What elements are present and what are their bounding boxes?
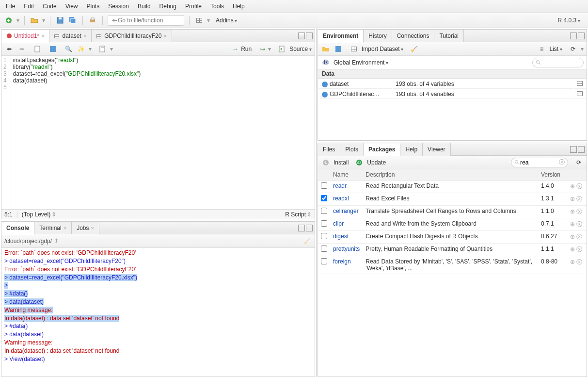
update-icon[interactable]	[354, 158, 364, 167]
goto-file-input[interactable]	[108, 15, 184, 26]
menu-build[interactable]: Build	[138, 3, 151, 10]
env-row[interactable]: dataset193 obs. of 4 variables	[319, 80, 586, 89]
remove-package-icon[interactable]: ⓧ	[576, 246, 582, 253]
web-icon[interactable]: ⊕	[570, 233, 575, 240]
remove-package-icon[interactable]: ⓧ	[576, 233, 582, 240]
scope-selector[interactable]: (Top Level)	[22, 211, 50, 218]
web-icon[interactable]: ⊕	[570, 183, 575, 190]
clear-env-icon[interactable]: 🧹	[409, 44, 419, 54]
col-desc[interactable]: Description	[363, 169, 538, 180]
package-name-link[interactable]: readxl	[333, 195, 349, 202]
show-doc-icon[interactable]	[32, 44, 42, 54]
menu-profile[interactable]: Profile	[185, 3, 202, 10]
close-tab-icon[interactable]: ×	[91, 225, 94, 231]
env-tab-tutorial[interactable]: Tutorial	[434, 30, 464, 42]
save-button[interactable]	[55, 16, 65, 25]
maximize-icon[interactable]	[306, 33, 313, 39]
maximize-icon[interactable]	[578, 33, 585, 39]
menu-code[interactable]: Code	[43, 3, 57, 10]
menu-file[interactable]: File	[6, 3, 15, 10]
update-button[interactable]: Update	[367, 159, 386, 166]
package-checkbox[interactable]	[321, 258, 327, 264]
path-browse-icon[interactable]: ⤴	[55, 238, 58, 245]
goto-file-field[interactable]	[118, 17, 181, 24]
clear-console-icon[interactable]: 🧹	[302, 236, 312, 246]
env-row[interactable]: GDPChildIlliterac…193 obs. of 4 variable…	[319, 90, 586, 99]
remove-package-icon[interactable]: ⓧ	[576, 208, 582, 215]
view-mode-selector[interactable]: List	[550, 46, 562, 52]
menu-edit[interactable]: Edit	[24, 3, 34, 10]
clear-search-icon[interactable]: ⓧ	[559, 158, 565, 166]
console-tab-terminal[interactable]: Terminal×	[34, 222, 72, 234]
source-button[interactable]: Source	[289, 46, 312, 52]
print-button[interactable]	[88, 16, 97, 25]
remove-package-icon[interactable]: ⓧ	[576, 221, 582, 228]
console-tab-jobs[interactable]: Jobs×	[72, 222, 99, 234]
package-checkbox[interactable]	[321, 220, 327, 227]
tab-plots[interactable]: Plots	[340, 143, 364, 156]
web-icon[interactable]: ⊕	[570, 208, 575, 215]
menu-plots[interactable]: Plots	[87, 3, 100, 10]
minimize-icon[interactable]	[570, 33, 577, 39]
source-tab[interactable]: dataset×	[49, 30, 92, 42]
save-source-icon[interactable]	[48, 44, 58, 54]
maximize-icon[interactable]	[578, 146, 585, 153]
view-table-icon[interactable]	[577, 91, 583, 96]
import-icon[interactable]	[349, 44, 359, 54]
back-icon[interactable]: ⬅	[4, 44, 14, 54]
file-mode[interactable]: R Script	[285, 211, 306, 218]
install-button[interactable]: Install	[334, 159, 349, 166]
minimize-icon[interactable]	[298, 225, 305, 231]
package-checkbox[interactable]	[321, 195, 327, 201]
package-checkbox[interactable]	[321, 208, 327, 214]
close-tab-icon[interactable]: ×	[41, 33, 44, 39]
minimize-icon[interactable]	[570, 146, 577, 153]
install-icon[interactable]	[321, 158, 331, 167]
web-icon[interactable]: ⊕	[570, 221, 575, 228]
view-table-icon[interactable]	[577, 81, 583, 86]
r-version-selector[interactable]: R 4.0.3	[558, 17, 584, 24]
source-file-icon[interactable]	[277, 44, 286, 54]
remove-package-icon[interactable]: ⓧ	[576, 259, 582, 265]
console-tab-console[interactable]: Console	[1, 222, 34, 235]
menu-help[interactable]: Help	[233, 3, 245, 10]
refresh-packages-icon[interactable]: ⟳	[574, 158, 584, 167]
addins-menu[interactable]: Addins	[216, 17, 237, 24]
col-version[interactable]: Version	[538, 169, 567, 180]
find-icon[interactable]: 🔍	[64, 44, 73, 54]
source-tab[interactable]: GDPChildIlliteracyF20×	[92, 30, 172, 42]
report-icon[interactable]	[97, 44, 107, 54]
run-button[interactable]: Run	[241, 46, 252, 52]
env-tab-connections[interactable]: Connections	[392, 30, 435, 42]
tab-files[interactable]: Files	[318, 143, 340, 156]
menu-view[interactable]: View	[65, 3, 78, 10]
close-tab-icon[interactable]: ×	[163, 33, 166, 39]
menu-tools[interactable]: Tools	[210, 3, 224, 10]
close-tab-icon[interactable]: ×	[64, 225, 66, 231]
source-tab[interactable]: Untitled1*×	[1, 30, 49, 43]
remove-package-icon[interactable]: ⓧ	[576, 196, 582, 202]
packages-search[interactable]: ⓧ	[511, 158, 568, 167]
web-icon[interactable]: ⊕	[570, 196, 575, 202]
tab-viewer[interactable]: Viewer	[423, 143, 450, 156]
tab-help[interactable]: Help	[400, 143, 423, 156]
package-checkbox[interactable]	[321, 246, 327, 252]
import-dataset-button[interactable]: Import Dataset	[362, 46, 403, 52]
env-search-field[interactable]	[541, 59, 580, 66]
package-checkbox[interactable]	[321, 182, 327, 189]
list-view-icon[interactable]: ≡	[537, 44, 547, 54]
package-name-link[interactable]: foreign	[333, 258, 351, 265]
grid-button[interactable]	[194, 16, 204, 25]
wand-icon[interactable]: ✨	[76, 44, 86, 54]
col-name[interactable]: Name	[330, 169, 363, 180]
forward-icon[interactable]: ➡	[17, 44, 27, 54]
package-name-link[interactable]: prettyunits	[333, 246, 360, 252]
save-all-button[interactable]	[68, 16, 78, 25]
console-output[interactable]: Error: `path` does not exist: 'GDPChildI…	[1, 248, 315, 377]
new-file-button[interactable]	[4, 16, 14, 25]
menu-debug[interactable]: Debug	[159, 3, 176, 10]
maximize-icon[interactable]	[306, 225, 313, 231]
env-tab-environment[interactable]: Environment	[318, 30, 364, 43]
save-workspace-icon[interactable]	[334, 44, 343, 54]
load-workspace-icon[interactable]	[321, 44, 331, 54]
